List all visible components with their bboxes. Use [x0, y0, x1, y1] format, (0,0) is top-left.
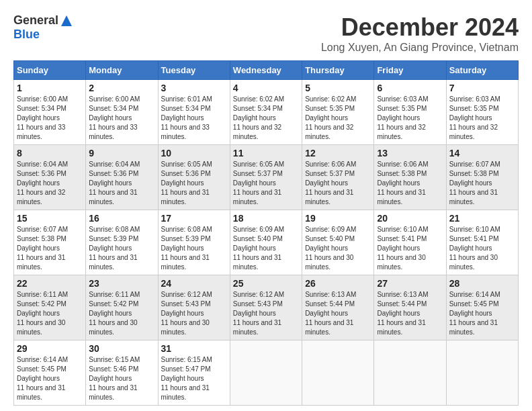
- svg-marker-0: [61, 15, 72, 26]
- day-number: 16: [89, 213, 154, 224]
- day-info: Sunrise: 6:14 AMSunset: 5:45 PMDaylight …: [17, 355, 83, 402]
- calendar-cell: [230, 340, 302, 406]
- calendar-cell: 5Sunrise: 6:02 AMSunset: 5:35 PMDaylight…: [302, 80, 374, 145]
- day-number: 11: [233, 148, 299, 158]
- day-info: Sunrise: 6:02 AMSunset: 5:35 PMDaylight …: [305, 95, 371, 142]
- weekday-header-monday: Monday: [86, 61, 158, 80]
- weekday-header-saturday: Saturday: [446, 61, 518, 80]
- calendar-cell: [302, 340, 374, 406]
- calendar-cell: 13Sunrise: 6:06 AMSunset: 5:38 PMDayligh…: [374, 145, 446, 210]
- day-info: Sunrise: 6:11 AMSunset: 5:42 PMDaylight …: [17, 290, 83, 337]
- day-info: Sunrise: 6:06 AMSunset: 5:38 PMDaylight …: [377, 160, 443, 207]
- logo-icon: [60, 14, 73, 28]
- day-info: Sunrise: 6:15 AMSunset: 5:46 PMDaylight …: [89, 355, 154, 402]
- day-number: 1: [17, 83, 83, 93]
- logo-blue-text: Blue: [13, 28, 40, 42]
- calendar-cell: 2Sunrise: 6:00 AMSunset: 5:34 PMDaylight…: [86, 80, 158, 145]
- calendar-cell: 7Sunrise: 6:03 AMSunset: 5:35 PMDaylight…: [446, 80, 518, 145]
- day-number: 27: [377, 278, 443, 289]
- day-info: Sunrise: 6:13 AMSunset: 5:44 PMDaylight …: [377, 290, 443, 337]
- calendar-cell: 19Sunrise: 6:09 AMSunset: 5:40 PMDayligh…: [302, 210, 374, 275]
- day-info: Sunrise: 6:08 AMSunset: 5:39 PMDaylight …: [161, 225, 227, 272]
- calendar-cell: 4Sunrise: 6:02 AMSunset: 5:34 PMDaylight…: [230, 80, 302, 145]
- day-number: 22: [17, 278, 83, 289]
- calendar-cell: 1Sunrise: 6:00 AMSunset: 5:34 PMDaylight…: [14, 80, 86, 145]
- calendar-table: SundayMondayTuesdayWednesdayThursdayFrid…: [13, 60, 519, 406]
- day-number: 12: [305, 148, 371, 158]
- day-number: 21: [449, 213, 515, 224]
- day-info: Sunrise: 6:11 AMSunset: 5:42 PMDaylight …: [89, 290, 154, 337]
- calendar-cell: 10Sunrise: 6:05 AMSunset: 5:36 PMDayligh…: [158, 145, 230, 210]
- calendar-week-row: 8Sunrise: 6:04 AMSunset: 5:36 PMDaylight…: [14, 145, 519, 210]
- day-number: 25: [233, 278, 299, 289]
- calendar-cell: [374, 340, 446, 406]
- calendar-cell: 26Sunrise: 6:13 AMSunset: 5:44 PMDayligh…: [302, 275, 374, 340]
- day-info: Sunrise: 6:00 AMSunset: 5:34 PMDaylight …: [89, 95, 154, 142]
- logo-general-text: General: [13, 13, 58, 28]
- day-info: Sunrise: 6:07 AMSunset: 5:38 PMDaylight …: [449, 160, 515, 207]
- calendar-cell: 31Sunrise: 6:15 AMSunset: 5:47 PMDayligh…: [158, 340, 230, 406]
- calendar-cell: 18Sunrise: 6:09 AMSunset: 5:40 PMDayligh…: [230, 210, 302, 275]
- day-number: 23: [89, 278, 154, 289]
- calendar-cell: 22Sunrise: 6:11 AMSunset: 5:42 PMDayligh…: [14, 275, 86, 340]
- day-info: Sunrise: 6:09 AMSunset: 5:40 PMDaylight …: [233, 225, 299, 272]
- calendar-cell: 21Sunrise: 6:10 AMSunset: 5:41 PMDayligh…: [446, 210, 518, 275]
- day-info: Sunrise: 6:05 AMSunset: 5:36 PMDaylight …: [161, 160, 227, 207]
- weekday-header-sunday: Sunday: [14, 61, 86, 80]
- calendar-cell: 12Sunrise: 6:06 AMSunset: 5:37 PMDayligh…: [302, 145, 374, 210]
- calendar-cell: 23Sunrise: 6:11 AMSunset: 5:42 PMDayligh…: [86, 275, 158, 340]
- day-info: Sunrise: 6:13 AMSunset: 5:44 PMDaylight …: [305, 290, 371, 337]
- day-number: 19: [305, 213, 371, 224]
- day-number: 10: [161, 148, 227, 158]
- calendar-cell: 6Sunrise: 6:03 AMSunset: 5:35 PMDaylight…: [374, 80, 446, 145]
- day-number: 8: [17, 148, 83, 158]
- calendar-cell: 30Sunrise: 6:15 AMSunset: 5:46 PMDayligh…: [86, 340, 158, 406]
- calendar-week-row: 22Sunrise: 6:11 AMSunset: 5:42 PMDayligh…: [14, 275, 519, 340]
- day-info: Sunrise: 6:01 AMSunset: 5:34 PMDaylight …: [161, 95, 227, 142]
- day-number: 14: [449, 148, 515, 158]
- header: General Blue December 2024 Long Xuyen, A…: [13, 13, 519, 54]
- day-info: Sunrise: 6:00 AMSunset: 5:34 PMDaylight …: [17, 95, 83, 142]
- day-info: Sunrise: 6:03 AMSunset: 5:35 PMDaylight …: [449, 95, 515, 142]
- calendar-cell: 27Sunrise: 6:13 AMSunset: 5:44 PMDayligh…: [374, 275, 446, 340]
- day-number: 17: [161, 213, 227, 224]
- calendar-cell: 20Sunrise: 6:10 AMSunset: 5:41 PMDayligh…: [374, 210, 446, 275]
- title-area: December 2024 Long Xuyen, An Giang Provi…: [321, 13, 519, 54]
- day-info: Sunrise: 6:09 AMSunset: 5:40 PMDaylight …: [305, 225, 371, 272]
- day-info: Sunrise: 6:02 AMSunset: 5:34 PMDaylight …: [233, 95, 299, 142]
- day-info: Sunrise: 6:04 AMSunset: 5:36 PMDaylight …: [89, 160, 154, 207]
- calendar-week-row: 15Sunrise: 6:07 AMSunset: 5:38 PMDayligh…: [14, 210, 519, 275]
- weekday-header-tuesday: Tuesday: [158, 61, 230, 80]
- day-number: 18: [233, 213, 299, 224]
- day-number: 24: [161, 278, 227, 289]
- day-number: 30: [89, 343, 154, 354]
- day-info: Sunrise: 6:07 AMSunset: 5:38 PMDaylight …: [17, 225, 83, 272]
- day-info: Sunrise: 6:15 AMSunset: 5:47 PMDaylight …: [161, 355, 227, 402]
- day-info: Sunrise: 6:12 AMSunset: 5:43 PMDaylight …: [161, 290, 227, 337]
- day-number: 7: [449, 83, 515, 93]
- day-info: Sunrise: 6:03 AMSunset: 5:35 PMDaylight …: [377, 95, 443, 142]
- calendar-cell: 28Sunrise: 6:14 AMSunset: 5:45 PMDayligh…: [446, 275, 518, 340]
- day-number: 20: [377, 213, 443, 224]
- day-info: Sunrise: 6:04 AMSunset: 5:36 PMDaylight …: [17, 160, 83, 207]
- weekday-header-thursday: Thursday: [302, 61, 374, 80]
- day-info: Sunrise: 6:10 AMSunset: 5:41 PMDaylight …: [449, 225, 515, 272]
- day-number: 4: [233, 83, 299, 93]
- calendar-cell: 3Sunrise: 6:01 AMSunset: 5:34 PMDaylight…: [158, 80, 230, 145]
- calendar-cell: 15Sunrise: 6:07 AMSunset: 5:38 PMDayligh…: [14, 210, 86, 275]
- day-info: Sunrise: 6:10 AMSunset: 5:41 PMDaylight …: [377, 225, 443, 272]
- day-number: 31: [161, 343, 227, 354]
- day-info: Sunrise: 6:14 AMSunset: 5:45 PMDaylight …: [449, 290, 515, 337]
- day-number: 2: [89, 83, 154, 93]
- day-number: 13: [377, 148, 443, 158]
- calendar-cell: 17Sunrise: 6:08 AMSunset: 5:39 PMDayligh…: [158, 210, 230, 275]
- day-number: 29: [17, 343, 83, 354]
- weekday-header-friday: Friday: [374, 61, 446, 80]
- day-number: 26: [305, 278, 371, 289]
- weekday-header-row: SundayMondayTuesdayWednesdayThursdayFrid…: [14, 61, 519, 80]
- day-number: 15: [17, 213, 83, 224]
- day-number: 3: [161, 83, 227, 93]
- day-number: 6: [377, 83, 443, 93]
- calendar-cell: 16Sunrise: 6:08 AMSunset: 5:39 PMDayligh…: [86, 210, 158, 275]
- calendar-week-row: 29Sunrise: 6:14 AMSunset: 5:45 PMDayligh…: [14, 340, 519, 406]
